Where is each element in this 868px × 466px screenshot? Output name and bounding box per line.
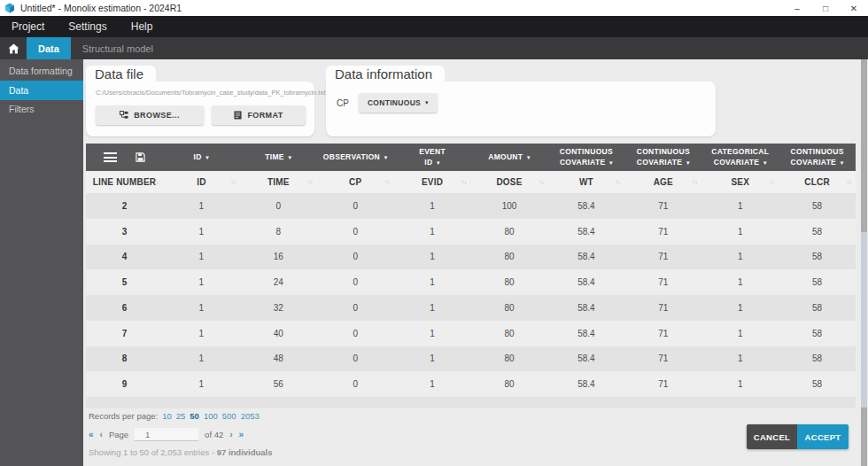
sort-icon[interactable]: ↑↓	[693, 178, 698, 186]
table-cell: 58	[779, 219, 856, 245]
table-cell: 8	[86, 346, 163, 372]
save-icon[interactable]	[136, 150, 145, 166]
data-file-path: C:/Users/cbracis/Documents/Tobramycin_ca…	[86, 82, 314, 97]
column-header-label: TIME	[267, 177, 290, 187]
sidebar-item-data[interactable]: Data	[0, 81, 83, 100]
sidebar-item-filters[interactable]: Filters	[0, 100, 83, 119]
sidebar-item-data-formatting[interactable]: Data formatting	[0, 62, 83, 81]
column-header[interactable]: EVID↑↓	[394, 171, 471, 193]
column-header-label: WT	[579, 177, 593, 187]
records-option[interactable]: 25	[176, 411, 186, 421]
sort-icon[interactable]: ↑↓	[616, 178, 621, 186]
entries-summary-text: Showing 1 to 50 of 2,053 entries -	[89, 447, 217, 457]
data-table: ID ▾TIME ▾OBSERVATION ▾EVENT ID ▾AMOUNT …	[86, 144, 856, 408]
sort-icon[interactable]: ↑↓	[307, 178, 313, 186]
next-page-icon[interactable]: ›	[229, 430, 232, 439]
records-option[interactable]: 10	[162, 411, 172, 421]
table-cell: 71	[624, 219, 701, 245]
accept-button[interactable]: ACCEPT	[797, 424, 849, 449]
sort-icon[interactable]: ↑↓	[461, 178, 467, 186]
browse-icon	[120, 111, 128, 120]
browse-label: BROWSE...	[134, 111, 180, 120]
menu-settings[interactable]: Settings	[68, 20, 106, 33]
table-cell: 58	[779, 371, 856, 397]
tab-data[interactable]: Data	[27, 37, 71, 59]
column-header[interactable]: ID↑↓	[163, 171, 240, 193]
menu-project[interactable]: Project	[12, 20, 44, 33]
table-cell: 0	[317, 193, 394, 219]
table-cell: 58.4	[547, 371, 624, 397]
column-header-label: ID	[197, 177, 205, 187]
records-option[interactable]: 2053	[241, 411, 260, 421]
tab-structural-model[interactable]: Structural model	[71, 37, 165, 59]
column-header-label: SEX	[731, 177, 749, 187]
menu-icon[interactable]	[104, 151, 117, 165]
column-type-dropdown[interactable]: EVENT ID ▾	[394, 144, 471, 171]
table-cell: 80	[471, 269, 548, 295]
page-input[interactable]	[135, 428, 198, 441]
table-cell: 80	[471, 295, 548, 321]
first-page-icon[interactable]: «	[89, 430, 94, 439]
table-cell: 58.4	[547, 321, 624, 346]
column-type-dropdown[interactable]: ID ▾	[163, 144, 240, 171]
table-cell: 58.4	[547, 219, 624, 245]
column-type-dropdown[interactable]: CONTINUOUS COVARIATE ▾	[547, 144, 624, 171]
browse-button[interactable]: BROWSE...	[96, 105, 204, 125]
column-header[interactable]: WT↑↓	[547, 171, 624, 193]
column-type-dropdown[interactable]: CONTINUOUS COVARIATE ▾	[624, 144, 701, 171]
column-header[interactable]: LINE NUMBER↑↓	[86, 171, 163, 193]
sort-icon[interactable]: ↑↓	[847, 178, 852, 186]
sort-icon[interactable]: ↑↓	[384, 178, 390, 186]
table-cell: 58.4	[547, 269, 624, 295]
table-cell: 1	[701, 193, 779, 219]
sort-icon[interactable]: ↑↓	[770, 178, 775, 186]
table-cell: 58	[779, 321, 856, 346]
column-header[interactable]: DOSE↑↓	[471, 171, 548, 193]
table-cell: 1	[163, 245, 240, 270]
sort-icon[interactable]: ↑↓	[230, 178, 236, 186]
records-option[interactable]: 50	[190, 411, 199, 421]
vertical-scrollbar[interactable]	[861, 59, 867, 466]
table-cell: 4	[86, 245, 163, 270]
last-page-icon[interactable]: »	[239, 430, 244, 439]
menu-bar: Project Settings Help	[0, 16, 868, 37]
table-cell: 1	[163, 193, 240, 219]
column-header[interactable]: SEX↑↓	[701, 171, 779, 193]
minimize-icon[interactable]: –	[783, 0, 811, 16]
column-type-dropdown[interactable]: AMOUNT ▾	[471, 144, 548, 171]
format-button[interactable]: FORMAT	[212, 105, 306, 125]
table-cell: 7	[86, 321, 163, 346]
column-type-label: ID ▾	[194, 152, 210, 162]
table-cell: 58.4	[547, 346, 624, 372]
table-cell: 58	[779, 346, 856, 372]
table-cell: 1	[394, 321, 471, 346]
records-option[interactable]: 100	[204, 411, 218, 421]
home-tab[interactable]	[0, 37, 27, 59]
table-cell: 71	[624, 245, 701, 270]
caret-down-icon: ▾	[205, 154, 209, 160]
column-type-dropdown[interactable]: OBSERVATION ▾	[317, 144, 394, 171]
table-tools-cell	[86, 144, 163, 171]
column-type-dropdown[interactable]: TIME ▾	[240, 144, 317, 171]
sort-icon[interactable]: ↑↓	[539, 178, 544, 186]
column-header[interactable]: CP↑↓	[317, 171, 394, 193]
cancel-button[interactable]: CANCEL	[747, 424, 797, 449]
records-option[interactable]: 500	[222, 411, 236, 421]
data-file-card: C:/Users/cbracis/Documents/Tobramycin_ca…	[86, 82, 314, 136]
sort-icon[interactable]: ↑↓	[153, 178, 159, 186]
previous-page-icon[interactable]: ‹	[100, 430, 103, 439]
column-type-dropdown[interactable]: CATEGORICAL COVARIATE ▾	[701, 144, 779, 171]
column-type-dropdown[interactable]: CONTINUOUS COVARIATE ▾	[779, 144, 856, 171]
menu-help[interactable]: Help	[131, 20, 153, 33]
scrollbar-thumb[interactable]	[861, 232, 867, 408]
table-cell: 80	[471, 245, 548, 270]
maximize-icon[interactable]: □	[811, 0, 840, 16]
table-body: 2100110058.471158318018058.4711584116018…	[86, 193, 856, 397]
column-header[interactable]: TIME↑↓	[240, 171, 317, 193]
column-type-label: CONTINUOUS COVARIATE ▾	[791, 147, 844, 167]
table-cell: 1	[163, 346, 240, 372]
close-icon[interactable]: ✕	[840, 0, 868, 16]
column-header[interactable]: AGE↑↓	[624, 171, 701, 193]
cp-type-dropdown[interactable]: CONTINUOUS ▾	[359, 93, 438, 113]
column-header[interactable]: CLCR↑↓	[779, 171, 856, 193]
